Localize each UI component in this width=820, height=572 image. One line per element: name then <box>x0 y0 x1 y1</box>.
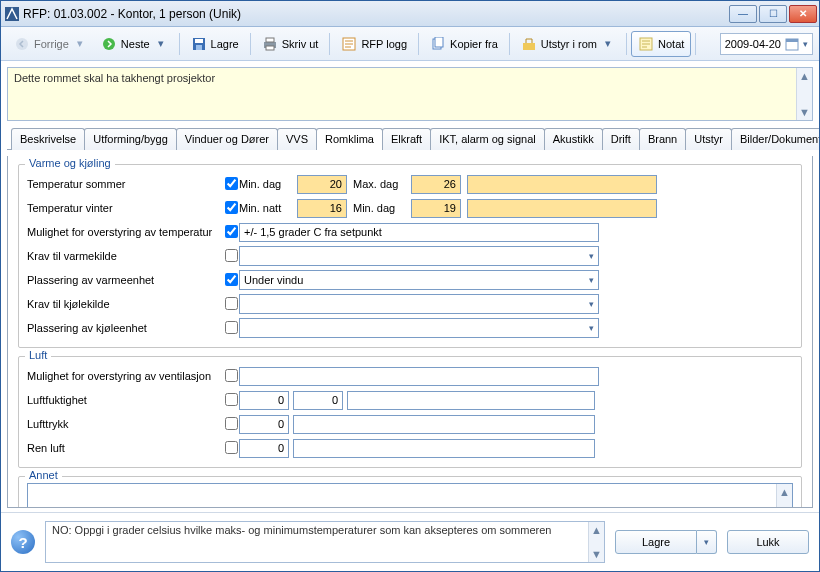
label-cleanair: Ren luft <box>27 442 223 454</box>
tab-ikt[interactable]: IKT, alarm og signal <box>430 128 545 150</box>
input-cleanair[interactable] <box>239 439 289 458</box>
input-vinter-extra[interactable] <box>467 199 657 218</box>
dd-coolloc[interactable]: ▾ <box>239 318 599 338</box>
date-picker[interactable]: 2009-04-20 ▾ <box>720 33 813 55</box>
chk-heatloc[interactable] <box>225 273 238 286</box>
input-cleanair-extra[interactable] <box>293 439 595 458</box>
app-icon <box>5 7 19 21</box>
save-label: Lagre <box>211 38 239 50</box>
next-button[interactable]: Neste ▾ <box>94 31 175 57</box>
help-icon[interactable]: ? <box>11 530 35 554</box>
dd-heatloc[interactable]: Under vindu▾ <box>239 270 599 290</box>
note-button[interactable]: Notat <box>631 31 691 57</box>
input-vinter-mindag[interactable] <box>411 199 461 218</box>
chk-cleanair[interactable] <box>225 441 238 454</box>
input-sommer-maxdag[interactable] <box>411 175 461 194</box>
log-icon <box>341 36 357 52</box>
tab-brann[interactable]: Brann <box>639 128 686 150</box>
app-window: RFP: 01.03.002 - Kontor, 1 person (Unik)… <box>0 0 820 572</box>
hint-area: NO: Oppgi i grader celsius hvilke maks- … <box>45 521 605 563</box>
save-button[interactable]: Lagre <box>184 31 246 57</box>
maximize-button[interactable]: ☐ <box>759 5 787 23</box>
window-title: RFP: 01.03.002 - Kontor, 1 person (Unik) <box>23 7 729 21</box>
tab-beskrivelse[interactable]: Beskrivelse <box>11 128 85 150</box>
copy-icon <box>430 36 446 52</box>
svg-rect-7 <box>266 38 274 42</box>
footer-save-dropdown[interactable]: ▾ <box>697 530 717 554</box>
minimize-button[interactable]: — <box>729 5 757 23</box>
label-coolloc: Plassering av kjøleenhet <box>27 322 223 334</box>
next-label: Neste <box>121 38 150 50</box>
input-humidity-1[interactable] <box>239 391 289 410</box>
input-sommer-mindag[interactable] <box>297 175 347 194</box>
input-vent-override[interactable] <box>239 367 599 386</box>
equip-button[interactable]: Utstyr i rom ▾ <box>514 31 622 57</box>
close-button[interactable]: ✕ <box>789 5 817 23</box>
footer-close-label: Lukk <box>756 536 779 548</box>
chk-override-temp[interactable] <box>225 225 238 238</box>
equip-label: Utstyr i rom <box>541 38 597 50</box>
label-minnatt: Min. natt <box>239 202 297 214</box>
input-override-temp[interactable] <box>239 223 599 242</box>
group-luft: Luft Mulighet for overstyring av ventila… <box>18 356 802 468</box>
note-scrollbar[interactable]: ▲▼ <box>796 68 812 120</box>
note-area[interactable]: Dette rommet skal ha takhengt prosjektor… <box>7 67 813 121</box>
tab-akustikk[interactable]: Akustikk <box>544 128 603 150</box>
chk-coolsrc[interactable] <box>225 297 238 310</box>
hint-scrollbar[interactable]: ▲▼ <box>588 522 604 562</box>
group-annet: Annet ▲▼ <box>18 476 802 508</box>
chevron-down-icon: ▾ <box>73 37 87 50</box>
tab-drift[interactable]: Drift <box>602 128 640 150</box>
calendar-icon <box>785 37 799 51</box>
input-humidity-2[interactable] <box>293 391 343 410</box>
prev-label: Forrige <box>34 38 69 50</box>
input-pressure[interactable] <box>239 415 289 434</box>
chevron-down-icon: ▾ <box>154 37 168 50</box>
dd-coolsrc[interactable]: ▾ <box>239 294 599 314</box>
equipment-icon <box>521 36 537 52</box>
tab-vinduer[interactable]: Vinduer og Dører <box>176 128 278 150</box>
textarea-annet[interactable]: ▲▼ <box>27 483 793 508</box>
annet-scrollbar[interactable]: ▲▼ <box>776 484 792 508</box>
input-pressure-extra[interactable] <box>293 415 595 434</box>
footer-save-button[interactable]: Lagre <box>615 530 697 554</box>
print-button[interactable]: Skriv ut <box>255 31 326 57</box>
tab-utforming[interactable]: Utforming/bygg <box>84 128 177 150</box>
svg-rect-8 <box>266 46 274 50</box>
tab-vvs[interactable]: VVS <box>277 128 317 150</box>
dd-heatloc-value: Under vindu <box>244 274 303 286</box>
chk-pressure[interactable] <box>225 417 238 430</box>
toolbar: Forrige ▾ Neste ▾ Lagre Skriv ut RFP log… <box>1 27 819 61</box>
label-temp-sommer: Temperatur sommer <box>27 178 223 190</box>
arrow-right-icon <box>101 36 117 52</box>
date-value: 2009-04-20 <box>725 38 781 50</box>
rfplog-button[interactable]: RFP logg <box>334 31 414 57</box>
chk-coolloc[interactable] <box>225 321 238 334</box>
tab-utstyr[interactable]: Utstyr <box>685 128 732 150</box>
label-mindag: Min. dag <box>239 178 297 190</box>
label-humidity: Luftfuktighet <box>27 394 223 406</box>
prev-button[interactable]: Forrige ▾ <box>7 31 94 57</box>
tab-bilder[interactable]: Bilder/Dokumenter <box>731 128 819 150</box>
chk-temp-vinter[interactable] <box>225 201 238 214</box>
input-sommer-extra[interactable] <box>467 175 657 194</box>
floppy-icon <box>191 36 207 52</box>
chk-temp-sommer[interactable] <box>225 177 238 190</box>
tab-elkraft[interactable]: Elkraft <box>382 128 431 150</box>
copyfrom-label: Kopier fra <box>450 38 498 50</box>
tab-romklima[interactable]: Romklima <box>316 128 383 150</box>
tab-body: Varme og kjøling Temperatur sommer Min. … <box>7 156 813 508</box>
copyfrom-button[interactable]: Kopier fra <box>423 31 505 57</box>
chevron-down-icon: ▾ <box>803 39 808 49</box>
svg-rect-11 <box>435 37 443 47</box>
input-humidity-extra[interactable] <box>347 391 595 410</box>
chk-vent-override[interactable] <box>225 369 238 382</box>
chk-humidity[interactable] <box>225 393 238 406</box>
chk-heatsrc[interactable] <box>225 249 238 262</box>
dd-heatsrc[interactable]: ▾ <box>239 246 599 266</box>
footer-save-label: Lagre <box>642 536 670 548</box>
footer-close-button[interactable]: Lukk <box>727 530 809 554</box>
hint-text: NO: Oppgi i grader celsius hvilke maks- … <box>52 524 551 536</box>
label-temp-vinter: Temperatur vinter <box>27 202 223 214</box>
input-vinter-minnatt[interactable] <box>297 199 347 218</box>
